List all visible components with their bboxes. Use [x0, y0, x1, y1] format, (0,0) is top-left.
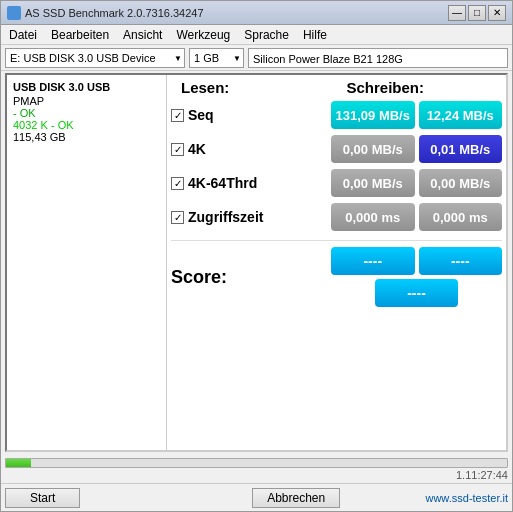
- left-panel: USB DISK 3.0 USB PMAP - OK 4032 K - OK 1…: [7, 75, 167, 450]
- row-access-label-area: ✓ Zugriffszeit: [171, 209, 331, 225]
- disk-name: USB DISK 3.0 USB: [13, 81, 160, 93]
- status-ok1: - OK: [13, 107, 160, 119]
- progress-bar-fill: [6, 459, 31, 467]
- row-4k: ✓ 4K 0,00 MB/s 0,01 MB/s: [171, 134, 502, 164]
- progress-area: 1.11:27:44: [5, 458, 508, 481]
- app-icon: [7, 6, 21, 20]
- label-4k64: 4K-64Thrd: [188, 175, 257, 191]
- row-access: ✓ Zugriffszeit 0,000 ms 0,000 ms: [171, 202, 502, 232]
- score-values: ---- ---- ----: [331, 247, 502, 307]
- menu-ansicht[interactable]: Ansicht: [119, 27, 166, 43]
- label-4k: 4K: [188, 141, 206, 157]
- progress-bar-bg: [5, 458, 508, 468]
- toolbar: E: USB DISK 3.0 USB Device 1 GB Silicon …: [1, 45, 512, 71]
- menu-sprache[interactable]: Sprache: [240, 27, 293, 43]
- title-controls[interactable]: — □ ✕: [448, 5, 506, 21]
- row-seq-label-area: ✓ Seq: [171, 107, 331, 123]
- progress-time: 1.11:27:44: [5, 469, 508, 481]
- disk-size: 115,43 GB: [13, 131, 160, 143]
- checkbox-seq[interactable]: ✓: [171, 109, 184, 122]
- score-label: Score:: [171, 267, 227, 287]
- row-4k-label-area: ✓ 4K: [171, 141, 331, 157]
- status-ok2: 4032 K - OK: [13, 119, 160, 131]
- seq-read-value: 131,09 MB/s: [331, 101, 415, 129]
- window-title: AS SSD Benchmark 2.0.7316.34247: [25, 7, 204, 19]
- row-access-values: 0,000 ms 0,000 ms: [331, 203, 502, 231]
- start-button[interactable]: Start: [5, 488, 80, 508]
- maximize-button[interactable]: □: [468, 5, 486, 21]
- access-read-value: 0,000 ms: [331, 203, 415, 231]
- checkbox-access[interactable]: ✓: [171, 211, 184, 224]
- menu-bar: Datei Bearbeiten Ansicht Werkzeug Sprach…: [1, 25, 512, 45]
- bench-header: Lesen: Schreiben:: [171, 79, 502, 96]
- row-4k64-values: 0,00 MB/s 0,00 MB/s: [331, 169, 502, 197]
- main-window: AS SSD Benchmark 2.0.7316.34247 — □ ✕ Da…: [0, 0, 513, 512]
- title-bar: AS SSD Benchmark 2.0.7316.34247 — □ ✕: [1, 1, 512, 25]
- score-top-row: ---- ----: [331, 247, 502, 275]
- pmap-label: PMAP: [13, 95, 160, 107]
- 4k64-write-value: 0,00 MB/s: [419, 169, 503, 197]
- row-seq: ✓ Seq 131,09 MB/s 12,24 MB/s: [171, 100, 502, 130]
- 4k-write-value: 0,01 MB/s: [419, 135, 503, 163]
- score-bottom-row: ----: [331, 279, 502, 307]
- row-4k64-label-area: ✓ 4K-64Thrd: [171, 175, 331, 191]
- watermark: www.ssd-tester.it: [344, 492, 508, 504]
- menu-hilfe[interactable]: Hilfe: [299, 27, 331, 43]
- title-bar-left: AS SSD Benchmark 2.0.7316.34247: [7, 6, 204, 20]
- menu-datei[interactable]: Datei: [5, 27, 41, 43]
- menu-bearbeiten[interactable]: Bearbeiten: [47, 27, 113, 43]
- 4k64-read-value: 0,00 MB/s: [331, 169, 415, 197]
- row-seq-values: 131,09 MB/s 12,24 MB/s: [331, 101, 502, 129]
- cancel-button[interactable]: Abbrechen: [252, 488, 340, 508]
- size-select-wrapper[interactable]: 1 GB: [189, 48, 244, 68]
- minimize-button[interactable]: —: [448, 5, 466, 21]
- row-4k-values: 0,00 MB/s 0,01 MB/s: [331, 135, 502, 163]
- seq-write-value: 12,24 MB/s: [419, 101, 503, 129]
- size-select[interactable]: 1 GB: [189, 48, 244, 68]
- score-section: Score: ---- ---- ----: [171, 240, 502, 309]
- content-area: USB DISK 3.0 USB PMAP - OK 4032 K - OK 1…: [5, 73, 508, 452]
- score-total: ----: [375, 279, 457, 307]
- checkbox-4k64[interactable]: ✓: [171, 177, 184, 190]
- menu-werkzeug[interactable]: Werkzeug: [172, 27, 234, 43]
- drive-select[interactable]: E: USB DISK 3.0 USB Device: [5, 48, 185, 68]
- drive-select-wrapper[interactable]: E: USB DISK 3.0 USB Device: [5, 48, 185, 68]
- row-4k64: ✓ 4K-64Thrd 0,00 MB/s 0,00 MB/s: [171, 168, 502, 198]
- access-write-value: 0,000 ms: [419, 203, 503, 231]
- right-panel: Lesen: Schreiben: ✓ Seq 131,09 MB/s 12,2…: [167, 75, 506, 450]
- header-read: Lesen:: [171, 79, 337, 96]
- label-seq: Seq: [188, 107, 214, 123]
- close-button[interactable]: ✕: [488, 5, 506, 21]
- bottom-bar: Start Abbrechen www.ssd-tester.it: [1, 483, 512, 511]
- label-access: Zugriffszeit: [188, 209, 263, 225]
- score-write: ----: [419, 247, 503, 275]
- 4k-read-value: 0,00 MB/s: [331, 135, 415, 163]
- header-write: Schreiben:: [337, 79, 503, 96]
- score-label-area: Score:: [171, 267, 331, 288]
- checkbox-4k[interactable]: ✓: [171, 143, 184, 156]
- score-read: ----: [331, 247, 415, 275]
- device-label: Silicon Power Blaze B21 128G: [248, 48, 508, 68]
